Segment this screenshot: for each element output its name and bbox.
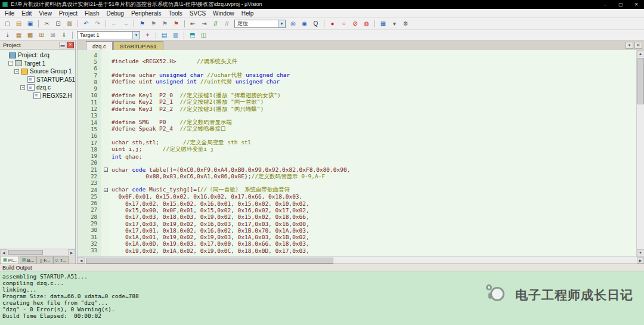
uncomment-icon[interactable]: // <box>222 19 232 28</box>
menu-svcs[interactable]: SVCS <box>186 10 209 17</box>
scroll-left-icon[interactable]: ◀ <box>78 257 85 264</box>
build-icon[interactable]: ▦ <box>14 30 24 39</box>
comment-icon[interactable]: // <box>210 19 221 28</box>
rebuild-all-icon[interactable]: ▩ <box>25 30 35 39</box>
disable-breakpoint-icon[interactable]: ○ <box>339 19 349 28</box>
tree-item-label: Project: dzq <box>18 52 49 58</box>
menu-edit[interactable]: Edit <box>18 10 35 17</box>
toggle-bookmark-icon[interactable]: ⚑ <box>137 19 147 28</box>
menu-project[interactable]: Project <box>55 10 81 17</box>
stop-build-icon[interactable]: ⊠ <box>48 30 58 39</box>
navigate-back-icon[interactable]: ← <box>109 19 119 28</box>
open-folder-icon[interactable]: ▤ <box>14 19 24 28</box>
find-in-files-icon[interactable]: ◎ <box>288 19 298 28</box>
tree-item-target-1[interactable]: −Target 1 <box>0 60 75 68</box>
layout-dropdown-icon[interactable]: ▾ <box>389 19 400 28</box>
close-button[interactable]: ✕ <box>628 0 644 9</box>
find-text-combo[interactable]: 定位▾ <box>234 20 286 28</box>
tree-expander-icon[interactable]: − <box>8 61 13 66</box>
clear-bookmarks-icon[interactable]: ⚑ <box>171 19 181 28</box>
tree-item-regx52-h[interactable]: REGX52.H <box>0 92 75 100</box>
document-list-dropdown-icon[interactable]: ▾ <box>626 42 633 49</box>
scroll-thumb[interactable] <box>86 258 333 264</box>
chevron-down-icon[interactable]: ▾ <box>278 20 285 27</box>
menu-view[interactable]: View <box>35 10 55 17</box>
scroll-down-icon[interactable]: ▼ <box>637 249 644 256</box>
download-flash-icon[interactable]: ⇓ <box>59 30 69 39</box>
new-file-icon[interactable]: ▢ <box>2 19 13 28</box>
menu-flash[interactable]: Flash <box>81 10 103 17</box>
line-number: 28 <box>78 214 101 220</box>
file-icon <box>33 92 41 99</box>
line-number: 11 <box>78 100 101 106</box>
kill-breakpoints-icon[interactable]: ⊘ <box>350 19 360 28</box>
maximize-button[interactable]: ▢ <box>613 0 628 9</box>
configure-tools-icon[interactable]: ⚙ <box>401 19 411 28</box>
workspace-tab-pr[interactable]: ▦Pr... <box>1 256 19 264</box>
translate-file-icon[interactable]: ⇣ <box>2 30 13 39</box>
menu-debug[interactable]: Debug <box>103 10 127 17</box>
menu-help[interactable]: Help <box>238 10 258 17</box>
tree-item-startup-a51[interactable]: STARTUP.A51 <box>0 76 75 84</box>
undo-icon[interactable]: ↶ <box>81 19 91 28</box>
scroll-thumb[interactable] <box>637 58 644 104</box>
options-for-target-icon[interactable]: ✦ <box>143 30 153 39</box>
workspace-tab-b[interactable]: ▤B... <box>20 256 37 264</box>
scroll-left-icon[interactable]: ◀ <box>0 249 7 256</box>
menu-window[interactable]: Window <box>209 10 238 17</box>
target-select-combo[interactable]: Target 1▾ <box>77 31 140 39</box>
outdent-icon[interactable]: ⇤ <box>188 19 198 28</box>
uvision-window: E:\单片机设计资料\仿真设计实例\21-基于51单片机的遥控音乐系统仿真\1-… <box>0 0 644 325</box>
watermark: 电子工程师成长日记 <box>486 284 633 306</box>
copy-icon[interactable]: ⊡ <box>53 19 63 28</box>
tree-item-project-dzq[interactable]: Project: dzq <box>0 51 75 60</box>
build-output-header[interactable]: Build Output <box>0 264 644 271</box>
tree-item-source-group-1[interactable]: −Source Group 1 <box>0 67 75 76</box>
code-lines[interactable]: 45#include <REGX52.H> //调系统头文件67#define … <box>78 50 636 256</box>
scroll-thumb[interactable] <box>8 250 43 255</box>
fold-marker-icon[interactable]: − <box>101 168 110 172</box>
tree-item-dzq-c[interactable]: −dzq.c <box>0 83 75 92</box>
chevron-down-icon[interactable]: ▾ <box>132 32 140 39</box>
indent-icon[interactable]: ⇥ <box>199 19 209 28</box>
pin-panel-icon[interactable]: ▬ <box>59 42 66 48</box>
scroll-right-icon[interactable]: ▶ <box>637 257 644 264</box>
next-bookmark-icon[interactable]: ⚑ <box>160 19 170 28</box>
document-tab-startup-a51[interactable]: STARTUP.A51 <box>113 41 163 50</box>
close-panel-icon[interactable]: ✕ <box>67 42 74 48</box>
find-icon[interactable]: ◉ <box>299 19 309 28</box>
workspace-tab-t[interactable]: 0,T... <box>53 256 69 264</box>
workspace-tab-f[interactable]: {}F... <box>38 256 52 264</box>
tree-expander-icon[interactable]: − <box>20 85 25 90</box>
navigate-forward-icon[interactable]: → <box>120 19 131 28</box>
menu-peripherals[interactable]: Peripherals <box>128 10 165 17</box>
project-tree-hscrollbar[interactable]: ◀ ▶ <box>0 249 75 255</box>
minimize-button[interactable]: – <box>597 0 613 9</box>
batch-build-icon[interactable]: ⊞ <box>36 30 47 39</box>
pack-installer-icon[interactable]: ⬒ <box>187 30 197 39</box>
quick-search-icon[interactable]: Q <box>311 19 321 28</box>
scroll-right-icon[interactable]: ▶ <box>68 249 75 256</box>
line-number: 4 <box>78 52 101 58</box>
close-document-icon[interactable]: ✕ <box>634 42 642 49</box>
paste-icon[interactable]: ▥ <box>64 19 75 28</box>
editor-vscrollbar[interactable]: ▲ ▼ <box>636 50 644 256</box>
editor-hscrollbar[interactable]: ◀ ▶ <box>78 256 644 264</box>
device-database-icon[interactable]: ◫ <box>199 30 209 39</box>
window-layout-icon[interactable]: ▦ <box>378 19 388 28</box>
fold-marker-icon[interactable]: − <box>101 188 110 192</box>
code-line: 19int qhao; <box>78 153 636 159</box>
manage-components-icon[interactable]: ▥ <box>171 30 181 39</box>
cut-icon[interactable]: ✂ <box>42 19 52 28</box>
breakpoint-icon[interactable]: ● <box>327 19 338 28</box>
save-icon[interactable]: ▣ <box>25 19 35 28</box>
tree-expander-icon[interactable]: − <box>14 69 19 74</box>
menu-tools[interactable]: Tools <box>165 10 186 17</box>
menu-file[interactable]: File <box>1 10 18 17</box>
scroll-up-icon[interactable]: ▲ <box>637 50 644 57</box>
enable-breakpoints-icon[interactable]: ◍ <box>361 19 371 28</box>
manage-project-items-icon[interactable]: ▤ <box>159 30 169 39</box>
document-tab-dzq-c[interactable]: dzq.c <box>86 41 113 50</box>
redo-icon[interactable]: ↷ <box>92 19 103 28</box>
prev-bookmark-icon[interactable]: ⚑ <box>148 19 159 28</box>
